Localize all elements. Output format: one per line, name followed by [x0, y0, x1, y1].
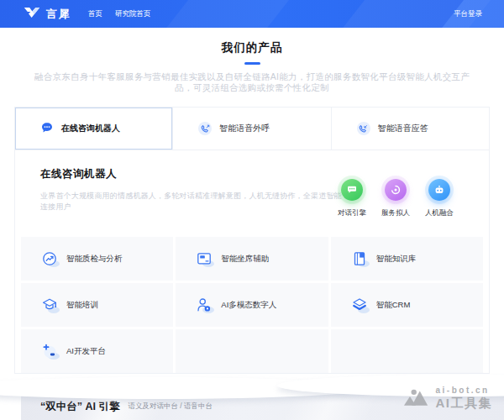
header-pattern	[157, 0, 297, 28]
grid-item-label: 智能知识库	[376, 254, 417, 265]
watermark-site: ai-bot.cn	[436, 386, 493, 395]
ai-dev-platform-icon	[41, 343, 58, 360]
grid-item-crm[interactable]: 智能CRM	[331, 283, 483, 327]
feature-label: 服务拟人	[376, 208, 415, 218]
knowledge-base-icon	[351, 250, 368, 267]
agent-assist-icon	[196, 250, 213, 267]
human-machine-fusion-icon	[428, 179, 450, 201]
logo-text: 言犀	[46, 7, 71, 22]
tab-voice-answer[interactable]: 智能语音应答	[331, 108, 489, 150]
crm-icon	[351, 297, 368, 313]
grid-item-quality-inspection[interactable]: 智能质检与分析	[21, 237, 173, 281]
feature-list: 对话引擎 服务拟人 人	[333, 179, 459, 218]
header-nav: 首页 研究院首页	[88, 9, 151, 19]
grid-item-empty	[331, 329, 483, 373]
grid-item-label: 智能坐席辅助	[221, 254, 269, 265]
tab-online-consult-robot[interactable]: 在线咨询机器人	[15, 108, 172, 150]
engine-bar-subtitle: 语义及对话中台 / 语音中台	[128, 402, 213, 412]
engine-bar-title: “双中台” AI 引擎	[40, 400, 119, 414]
grid-item-knowledge-base[interactable]: 智能知识库	[331, 237, 483, 281]
grid-item-agent-assist[interactable]: 智能坐席辅助	[176, 237, 328, 281]
yanxi-logo[interactable]: 言犀	[23, 6, 71, 23]
phone-inbound-icon	[357, 122, 370, 135]
grid-item-ai-dev-platform[interactable]: AI开发平台	[21, 329, 173, 373]
ai-bot-logo-icon	[403, 386, 430, 411]
section-title: 我们的产品	[0, 40, 504, 55]
section-subtitle: 融合京东自身十年客服服务与营销最佳实践以及自研全链路AI能力，打造的服务数智化平…	[30, 71, 474, 94]
products-card: 在线咨询机器人 智能语音外呼 智能语音应答 在线咨询机器人 业界首个大规模	[14, 107, 490, 374]
tab-label: 智能语音应答	[378, 123, 428, 134]
grid-item-empty	[176, 329, 328, 373]
feature-label: 对话引擎	[333, 208, 371, 218]
detail-description: 业界首个大规模商用的情感机器人，多轮对话精准理解意图，人机无缝协作，全渠道智能连…	[40, 191, 343, 213]
grid-item-label: AI开发平台	[66, 346, 106, 357]
grid-item-digital-human[interactable]: AI多模态数字人	[176, 283, 328, 327]
training-icon	[41, 297, 58, 313]
yanxi-logo-icon	[23, 6, 41, 23]
feature-dialog-engine: 对话引擎	[333, 179, 371, 218]
product-grid: 智能质检与分析 智能坐席辅助 智能知识库	[15, 230, 489, 373]
feature-label: 人机融合	[420, 208, 459, 218]
top-header: 言犀 首页 研究院首页 平台登录	[0, 0, 504, 28]
service-persona-icon	[385, 179, 407, 201]
platform-login-button[interactable]: 平台登录	[454, 9, 482, 19]
grid-item-label: 智能CRM	[376, 300, 411, 311]
feature-human-machine-fusion: 人机融合	[420, 179, 459, 218]
grid-item-training[interactable]: 智能培训	[21, 283, 173, 327]
title-underline	[244, 62, 260, 65]
chat-bubble-icon	[40, 121, 54, 136]
phone-outbound-icon	[198, 122, 212, 135]
tab-label: 智能语音外呼	[219, 123, 270, 134]
nav-item-home[interactable]: 首页	[88, 9, 102, 19]
quality-inspection-icon	[41, 250, 58, 267]
dialog-engine-icon	[341, 179, 363, 201]
nav-item-research-institute[interactable]: 研究院首页	[115, 9, 151, 19]
tab-detail-panel: 在线咨询机器人 业界首个大规模商用的情感机器人，多轮对话精准理解意图，人机无缝协…	[15, 150, 489, 230]
ai-bot-watermark: ai-bot.cn AI工具集	[403, 386, 493, 412]
grid-item-label: 智能培训	[66, 300, 98, 311]
watermark-name: AI工具集	[436, 396, 493, 412]
tab-label: 在线咨询机器人	[61, 123, 120, 134]
watermark-text: ai-bot.cn AI工具集	[436, 386, 493, 412]
feature-service-persona: 服务拟人	[376, 179, 415, 218]
digital-human-icon	[196, 297, 213, 313]
grid-item-label: AI多模态数字人	[221, 300, 276, 311]
tab-voice-outbound[interactable]: 智能语音外呼	[172, 108, 330, 150]
product-tabs: 在线咨询机器人 智能语音外呼 智能语音应答	[15, 108, 489, 150]
grid-item-label: 智能质检与分析	[66, 254, 123, 265]
